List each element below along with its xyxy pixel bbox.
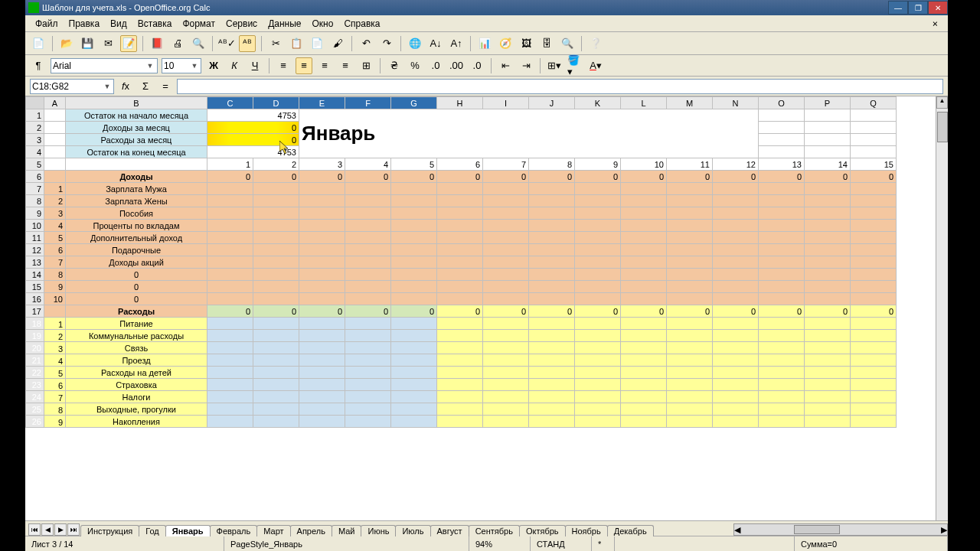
redo-button[interactable]: ↷ xyxy=(378,35,395,52)
dropdown-icon[interactable]: ▼ xyxy=(103,83,112,90)
expense-index[interactable]: 4 xyxy=(44,354,66,367)
email-button[interactable]: ✉ xyxy=(100,35,116,52)
increase-indent-button[interactable]: ⇥ xyxy=(518,57,534,74)
income-total[interactable]: 0 xyxy=(345,171,391,183)
sheet-tab-Октябрь[interactable]: Октябрь xyxy=(519,525,566,536)
income-index[interactable]: 1 xyxy=(44,183,66,195)
row-header-9[interactable]: 9 xyxy=(26,207,44,220)
row-header-4[interactable]: 4 xyxy=(26,146,44,158)
align-justify-button[interactable]: ≡ xyxy=(337,57,354,74)
expense-index[interactable]: 2 xyxy=(44,330,66,342)
expense-total[interactable]: 0 xyxy=(759,305,805,318)
formula-input[interactable] xyxy=(177,79,943,94)
new-button[interactable]: 📄 xyxy=(30,35,47,52)
row-header-11[interactable]: 11 xyxy=(26,232,44,244)
expense-total[interactable]: 0 xyxy=(483,305,529,318)
dropdown-icon[interactable]: ▼ xyxy=(190,62,199,70)
expense-total[interactable]: 0 xyxy=(529,305,575,318)
sort-asc-button[interactable]: A↓ xyxy=(427,35,444,52)
remove-decimal-button[interactable]: .0 xyxy=(469,57,485,74)
income-label[interactable]: Зарплата Мужа xyxy=(66,183,207,195)
income-label[interactable]: Пособия xyxy=(66,207,207,220)
format-paint-button[interactable]: 🖌 xyxy=(329,35,346,52)
day-number[interactable]: 7 xyxy=(483,158,529,171)
income-label[interactable]: Проценты по вкладам xyxy=(66,220,207,232)
summary-value[interactable]: 0 xyxy=(207,122,299,134)
income-total[interactable]: 0 xyxy=(851,171,897,183)
day-number[interactable]: 3 xyxy=(299,158,345,171)
expense-label[interactable]: Коммунальные расходы xyxy=(66,330,207,342)
merge-button[interactable]: ⊞ xyxy=(358,57,374,74)
row-header-22[interactable]: 22 xyxy=(26,367,44,379)
styles-button[interactable]: ¶ xyxy=(30,57,47,74)
expense-total[interactable]: 0 xyxy=(851,305,897,318)
sheet-tab-Март[interactable]: Март xyxy=(256,525,290,536)
expense-total[interactable]: 0 xyxy=(437,305,483,318)
row-header-14[interactable]: 14 xyxy=(26,269,44,281)
horizontal-scrollbar[interactable]: ◀▶ xyxy=(733,523,948,536)
close-button[interactable]: ✕ xyxy=(928,1,948,15)
income-label[interactable]: 0 xyxy=(66,293,207,305)
borders-button[interactable]: ⊞▾ xyxy=(546,57,563,74)
maximize-button[interactable]: ❐ xyxy=(908,1,928,15)
income-header[interactable]: Доходы xyxy=(66,171,207,183)
col-header-J[interactable]: J xyxy=(529,97,575,109)
summary-label[interactable]: Доходы за месяц xyxy=(66,122,207,134)
currency-button[interactable]: ₴ xyxy=(386,57,403,74)
row-header-13[interactable]: 13 xyxy=(26,256,44,269)
expense-index[interactable]: 8 xyxy=(44,403,66,416)
fontcolor-button[interactable]: A▾ xyxy=(587,57,604,74)
vertical-scrollbar[interactable]: ▲ xyxy=(936,96,948,520)
hyperlink-button[interactable]: 🌐 xyxy=(407,35,423,52)
row-header-5[interactable]: 5 xyxy=(26,158,44,171)
help-button[interactable]: ❔ xyxy=(587,35,604,52)
sheet-tab-Май[interactable]: Май xyxy=(332,525,362,536)
summary-value[interactable]: 0 xyxy=(207,134,299,146)
tab-nav-button[interactable]: ◀ xyxy=(41,523,54,536)
row-header-23[interactable]: 23 xyxy=(26,379,44,391)
col-header-I[interactable]: I xyxy=(483,97,529,109)
col-header-B[interactable]: B xyxy=(66,97,207,109)
summary-label[interactable]: Остаток на начало месяца xyxy=(66,109,207,122)
expense-total[interactable]: 0 xyxy=(805,305,851,318)
income-index[interactable]: 5 xyxy=(44,232,66,244)
expense-total[interactable]: 0 xyxy=(621,305,667,318)
summary-value[interactable]: 4753 xyxy=(207,146,299,158)
income-index[interactable]: 4 xyxy=(44,220,66,232)
income-index[interactable]: 9 xyxy=(44,281,66,293)
menu-Справка[interactable]: Справка xyxy=(338,17,385,31)
expense-index[interactable]: 9 xyxy=(44,416,66,428)
expense-index[interactable]: 6 xyxy=(44,379,66,391)
sort-desc-button[interactable]: A↑ xyxy=(448,35,465,52)
print-button[interactable]: 🖨 xyxy=(169,35,186,52)
col-header-G[interactable]: G xyxy=(391,97,437,109)
day-number[interactable]: 5 xyxy=(391,158,437,171)
row-header-20[interactable]: 20 xyxy=(26,342,44,354)
col-header-D[interactable]: D xyxy=(253,97,299,109)
income-label[interactable]: 0 xyxy=(66,269,207,281)
sheet-tab-Июль[interactable]: Июль xyxy=(395,525,430,536)
income-label[interactable]: Доходы акций xyxy=(66,256,207,269)
expense-label[interactable]: Накопления xyxy=(66,416,207,428)
income-label[interactable]: Дополнительный доход xyxy=(66,232,207,244)
row-header-1[interactable]: 1 xyxy=(26,109,44,122)
col-header-O[interactable]: O xyxy=(759,97,805,109)
row-header-25[interactable]: 25 xyxy=(26,403,44,416)
datasource-button[interactable]: 🗄 xyxy=(538,35,555,52)
row-header-19[interactable]: 19 xyxy=(26,330,44,342)
navigator-button[interactable]: 🧭 xyxy=(497,35,514,52)
row-header-21[interactable]: 21 xyxy=(26,354,44,367)
menu-Формат[interactable]: Формат xyxy=(177,17,220,31)
income-total[interactable]: 0 xyxy=(299,171,345,183)
save-button[interactable]: 💾 xyxy=(79,35,96,52)
row-header-24[interactable]: 24 xyxy=(26,391,44,403)
menu-Вид[interactable]: Вид xyxy=(105,17,132,31)
font-size-combo[interactable]: ▼ xyxy=(162,58,201,73)
cell-ref-box[interactable]: ▼ xyxy=(30,79,114,94)
col-header-P[interactable]: P xyxy=(805,97,851,109)
expense-total[interactable]: 0 xyxy=(253,305,299,318)
income-index[interactable]: 7 xyxy=(44,256,66,269)
row-header-12[interactable]: 12 xyxy=(26,244,44,256)
row-header-17[interactable]: 17 xyxy=(26,305,44,318)
autospell-button[interactable]: ᴬᴮ xyxy=(239,35,256,52)
